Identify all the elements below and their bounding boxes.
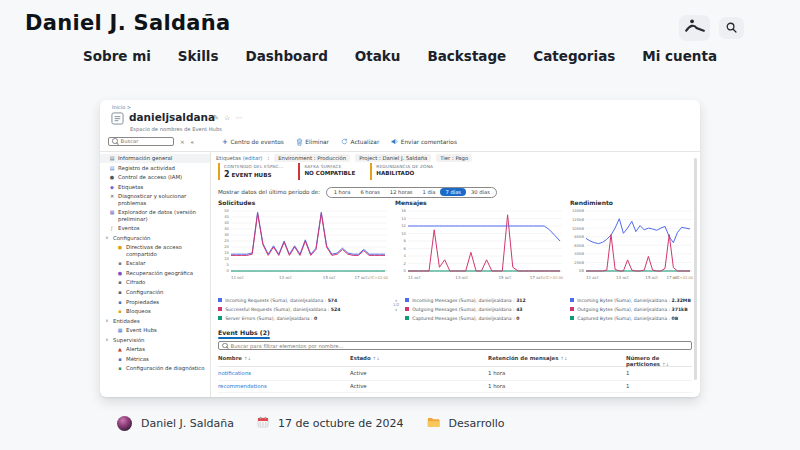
period-selector-row: Mostrar datos del último período de: 1 h… — [218, 187, 497, 198]
post-author[interactable]: Daniel J. Saldaña — [141, 417, 234, 430]
chart-plot: 161412108642011 oct13 oct15 oct17 octUTC… — [393, 208, 565, 284]
sidebar-item-recuperacio-n-geogra-fica[interactable]: ●Recuperación geográfica — [100, 268, 210, 278]
sidebar-item-label: Supervisión — [113, 337, 145, 343]
svg-text:13 oct: 13 oct — [455, 274, 468, 279]
sidebar-item-diagnosticar-y-solucionar-problemas[interactable]: ✕Diagnosticar y solucionar problemas — [100, 192, 210, 208]
column-header-nombre[interactable]: Nombre ↑↓ — [218, 355, 251, 361]
sidebar-item-bloqueos[interactable]: ▪Bloqueos — [100, 307, 210, 317]
svg-text:17 oct: 17 oct — [355, 274, 368, 279]
sidebar-item-informacio-n-general[interactable]: ▤Información general — [100, 154, 210, 164]
sidebar-item-alertas[interactable]: ▲Alertas — [100, 345, 210, 355]
period-option-1-hora[interactable]: 1 hora — [329, 188, 356, 196]
ellipsis-icon[interactable]: ⋯ — [235, 114, 242, 122]
sidebar-item-event-hubs[interactable]: ▦Event Hubs — [100, 326, 210, 336]
svg-text:5: 5 — [227, 262, 230, 267]
sidebar-search-input[interactable]: Buscar — [108, 137, 174, 147]
breadcrumb[interactable]: Inicio > — [112, 104, 131, 110]
chevron-down-icon: ∨ — [104, 235, 110, 240]
chart-title: Solicitudes — [218, 199, 390, 206]
chart-rendimiento: Rendimiento140kB120kB100kB80kB60kB40kB20… — [568, 199, 695, 326]
tag-pills: Environment : ProducciónProject : Daniel… — [274, 154, 472, 162]
scrollbar[interactable] — [694, 158, 697, 380]
sidebar-item-directivas-de-acceso-compartido[interactable]: ●Directivas de acceso compartido — [100, 243, 210, 259]
site-logo[interactable]: Daniel J. Saldaña — [25, 11, 231, 35]
tab-event-hubs[interactable]: Event Hubs (2) — [218, 329, 270, 339]
toolbar-actualizar[interactable]: Actualizar — [341, 138, 379, 145]
nav-item-categorias[interactable]: Categorias — [533, 48, 615, 64]
nav-item-backstage[interactable]: Backstage — [427, 48, 506, 64]
chevron-down-icon: ∨ — [104, 337, 110, 342]
legend-swatch — [218, 298, 222, 302]
chart-title: Mensajes — [395, 199, 565, 206]
svg-text:50: 50 — [224, 208, 229, 213]
tags-edit-link[interactable]: (editar) — [243, 155, 263, 161]
etiquetas-icon: ◆ — [109, 184, 115, 190]
period-option-1-di-a[interactable]: 1 día — [418, 188, 441, 196]
period-option-6-horas[interactable]: 6 horas — [355, 188, 384, 196]
toolbar-enviar-comentarios[interactable]: Enviar comentarios — [391, 138, 457, 145]
post-category[interactable]: Desarrollo — [449, 417, 505, 430]
sidebar-item-cifrado[interactable]: ▪Cifrado — [100, 278, 210, 288]
nav-item-sobre-mi[interactable]: Sobre mi — [83, 48, 151, 64]
command-bar: +Centro de eventosEliminarActualizarEnvi… — [222, 136, 457, 147]
sidebar-item-registro-de-actividad[interactable]: ▤Registro de actividad — [100, 163, 210, 173]
svg-text:80kB: 80kB — [574, 234, 584, 239]
column-header-nu-mero-de-particiones[interactable]: Número de particiones ↑↓ — [626, 355, 692, 367]
svg-text:30: 30 — [224, 232, 229, 237]
toolbar-centro-de-eventos[interactable]: +Centro de eventos — [222, 138, 284, 146]
legend-item: Incoming Messages (Suma), danieljsaldana… — [405, 298, 565, 303]
period-options: 1 hora6 horas12 horas1 día7 días30 días — [326, 187, 497, 198]
search-icon — [725, 19, 738, 38]
nav-item-dashboard[interactable]: Dashboard — [245, 48, 327, 64]
sidebar-item-me-tricas[interactable]: ▪Métricas — [100, 354, 210, 364]
legend-item: Outgoing Bytes (Suma), danieljsaldana : … — [570, 307, 695, 312]
nav-item-otaku[interactable]: Otaku — [355, 48, 401, 64]
sidebar-item-propiedades[interactable]: ▪Propiedades — [100, 297, 210, 307]
eventhub-link-notifications[interactable]: notifications — [218, 370, 251, 376]
sidebar-item-eventos[interactable]: ƒEventos — [100, 224, 210, 234]
eventhub-link-recommendations[interactable]: recommendations — [218, 383, 267, 389]
sidebar-item-configuracio-n-de-diagno-stico[interactable]: ▪Configuración de diagnóstico — [100, 364, 210, 374]
collapse-icon[interactable]: « — [191, 139, 194, 145]
sidebar-item-configuracio-n[interactable]: ∨Configuración — [100, 233, 210, 243]
legend-text: Incoming Requests (Suma), danieljsaldana… — [225, 298, 337, 303]
legend-text: Outgoing Messages (Suma), danieljsaldana… — [412, 307, 522, 312]
cell: 1 — [626, 370, 629, 376]
table-filter-input[interactable]: Buscar para filtrar elementos por nombre… — [218, 341, 692, 350]
avatar[interactable] — [117, 416, 132, 431]
column-header-estado[interactable]: Estado ↑↓ — [350, 355, 380, 361]
svg-text:25: 25 — [224, 238, 229, 243]
sidebar-item-control-de-acceso-iam[interactable]: ●Control de acceso (IAM) — [100, 173, 210, 183]
stat-contenido-del-espac: CONTENIDO DEL ESPAC...2 EVENT HUBS — [218, 163, 283, 180]
resource-title: danieljsaldana — [129, 111, 215, 123]
chart-plot: 5045403530252015105011 oct13 oct15 oct17… — [216, 208, 390, 284]
magnifier-icon — [112, 138, 118, 144]
legend-pager[interactable]: ∧1/2∨ — [393, 299, 399, 314]
nav-item-skills[interactable]: Skills — [178, 48, 219, 64]
sidebar-item-label: Explorador de datos (versión preliminar) — [118, 209, 207, 222]
clear-icon[interactable]: × — [180, 139, 185, 145]
sidebar-item-etiquetas[interactable]: ◆Etiquetas — [100, 182, 210, 192]
sidebar-item-escalar[interactable]: ▪Escalar — [100, 259, 210, 269]
favorite-star-icon[interactable]: ☆ — [224, 114, 230, 122]
toolbar-eliminar[interactable]: Eliminar — [296, 138, 329, 146]
sidebar-item-explorador-de-datos-versio-n-preliminar[interactable]: ▦Explorador de datos (versión preliminar… — [100, 208, 210, 224]
column-header-retencio-n-de-mensajes[interactable]: Retención de mensajes ↑↓ — [488, 355, 568, 361]
event-hub-icon — [111, 112, 124, 126]
sidebar-item-supervisio-n[interactable]: ∨Supervisión — [100, 335, 210, 345]
cell: Active — [350, 383, 367, 389]
search-button[interactable] — [719, 17, 744, 39]
sidebar-item-entidades[interactable]: ∨Entidades — [100, 316, 210, 326]
period-option-30-di-as[interactable]: 30 días — [466, 188, 495, 196]
legend-item: Successful Requests (Suma), danieljsalda… — [218, 307, 390, 312]
skier-logo-button[interactable] — [679, 15, 710, 41]
sidebar-item-configuracio-n[interactable]: ▪Configuración — [100, 287, 210, 297]
nav-item-mi-cuenta[interactable]: Mi cuenta — [642, 48, 717, 64]
sidebar-item-label: Diagnosticar y solucionar problemas — [118, 193, 207, 206]
edit-icon[interactable]: ✎ — [213, 114, 219, 122]
legend-item: Captured Messages (Suma), danieljsaldana… — [405, 316, 565, 321]
period-option-12-horas[interactable]: 12 horas — [385, 188, 418, 196]
legend-item: Outgoing Messages (Suma), danieljsaldana… — [405, 307, 565, 312]
sidebar-item-label: Entidades — [113, 318, 140, 324]
period-option-7-di-as[interactable]: 7 días — [440, 188, 466, 196]
